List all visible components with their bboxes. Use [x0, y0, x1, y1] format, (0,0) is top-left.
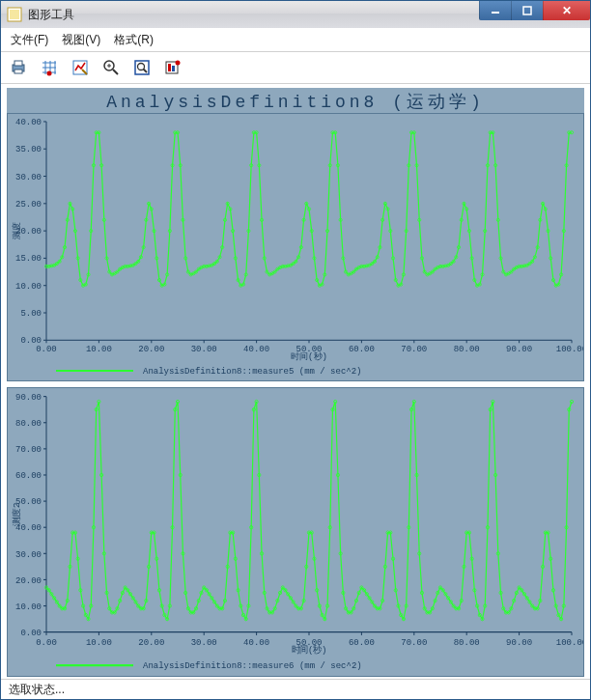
svg-text:30.00: 30.00: [191, 636, 217, 647]
window-title: 图形工具: [28, 7, 74, 23]
svg-point-13: [47, 71, 52, 76]
svg-text:测度2: 测度2: [12, 502, 22, 526]
svg-text:60.00: 60.00: [349, 345, 375, 354]
svg-text:20.00: 20.00: [138, 636, 164, 647]
svg-text:30.00: 30.00: [15, 173, 42, 182]
app-icon: [7, 7, 22, 22]
menubar: 文件(F) 视图(V) 格式(R): [1, 28, 590, 52]
svg-text:15.00: 15.00: [15, 254, 42, 264]
chart-1-svg: 0.005.0010.0015.0020.0025.0030.0035.0040…: [8, 114, 583, 380]
svg-rect-5: [14, 61, 22, 66]
close-button[interactable]: ✕: [543, 1, 590, 20]
maximize-button[interactable]: [511, 1, 543, 20]
svg-text:90.00: 90.00: [15, 392, 42, 403]
svg-text:35.00: 35.00: [15, 145, 42, 154]
svg-text:25.00: 25.00: [15, 200, 42, 210]
svg-text:100.00: 100.00: [556, 345, 583, 354]
svg-rect-1: [10, 10, 19, 19]
svg-text:40.00: 40.00: [15, 118, 42, 127]
svg-text:30.00: 30.00: [191, 345, 217, 354]
svg-text:80.00: 80.00: [15, 418, 42, 429]
svg-rect-6: [14, 70, 22, 73]
svg-text:5.00: 5.00: [20, 309, 42, 319]
menu-format[interactable]: 格式(R): [114, 32, 154, 48]
edit-chart-icon[interactable]: [70, 58, 90, 77]
svg-text:10.00: 10.00: [86, 636, 112, 647]
svg-text:10.00: 10.00: [15, 601, 42, 611]
zoom-region-icon[interactable]: [132, 58, 152, 77]
svg-text:40.00: 40.00: [243, 636, 269, 647]
menu-file[interactable]: 文件(F): [11, 32, 48, 48]
app-window: 图形工具 ✕ 文件(F) 视图(V) 格式(R): [0, 0, 591, 700]
svg-text:时间(秒): 时间(秒): [292, 645, 327, 656]
chart-panel-2[interactable]: 0.0010.0020.0030.0040.0050.0060.0070.008…: [7, 387, 584, 677]
chart-panel-1[interactable]: 0.005.0010.0015.0020.0025.0030.0035.0040…: [7, 113, 584, 381]
svg-text:0.00: 0.00: [36, 345, 57, 354]
svg-point-25: [176, 61, 181, 66]
svg-line-16: [113, 70, 118, 74]
svg-rect-23: [168, 64, 171, 71]
svg-text:0.00: 0.00: [36, 636, 57, 647]
svg-text:90.00: 90.00: [506, 345, 532, 354]
svg-text:测度: 测度: [12, 222, 22, 239]
svg-point-20: [138, 64, 145, 70]
menu-view[interactable]: 视图(V): [62, 32, 100, 48]
svg-text:10.00: 10.00: [86, 345, 112, 354]
statusbar: 选取状态...: [1, 679, 590, 699]
chart-2-svg: 0.0010.0020.0030.0040.0050.0060.0070.008…: [8, 388, 583, 676]
svg-text:30.00: 30.00: [15, 548, 42, 559]
svg-text:10.00: 10.00: [15, 282, 42, 292]
status-text: 选取状态...: [9, 682, 65, 698]
svg-text:90.00: 90.00: [506, 636, 532, 647]
svg-line-21: [144, 70, 148, 73]
svg-rect-24: [172, 66, 175, 71]
svg-text:60.00: 60.00: [349, 636, 375, 647]
svg-text:40.00: 40.00: [243, 345, 269, 354]
svg-text:80.00: 80.00: [454, 345, 480, 354]
svg-text:100.00: 100.00: [556, 636, 583, 647]
svg-text:20.00: 20.00: [138, 345, 164, 354]
svg-text:20.00: 20.00: [15, 574, 42, 585]
svg-text:AnalysisDefinition8::measure5 : AnalysisDefinition8::measure5 (mm / sec^…: [143, 367, 361, 377]
svg-text:70.00: 70.00: [401, 636, 427, 647]
svg-text:时间(秒): 时间(秒): [291, 351, 327, 362]
minimize-button[interactable]: [479, 1, 511, 20]
svg-text:70.00: 70.00: [15, 444, 42, 455]
toolbar: [1, 52, 590, 84]
chart-area: AnalysisDefinition8 (运动学) 0.005.0010.001…: [1, 84, 590, 679]
titlebar[interactable]: 图形工具 ✕: [1, 1, 590, 28]
svg-text:AnalysisDefinition8::measure6 : AnalysisDefinition8::measure6 (mm / sec^…: [143, 660, 362, 671]
svg-rect-3: [523, 7, 531, 14]
print-icon[interactable]: [9, 58, 28, 77]
chart-title: AnalysisDefinition8 (运动学): [7, 88, 584, 113]
svg-text:80.00: 80.00: [454, 636, 480, 647]
svg-text:60.00: 60.00: [15, 470, 42, 481]
options-icon[interactable]: [163, 58, 183, 77]
grid-icon[interactable]: [40, 58, 59, 77]
svg-text:70.00: 70.00: [401, 345, 427, 354]
zoom-in-icon[interactable]: [101, 58, 121, 77]
window-buttons: ✕: [479, 1, 590, 20]
